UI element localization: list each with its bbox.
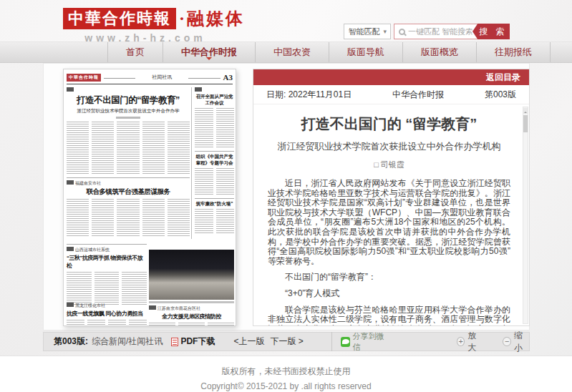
toolbar-left-group: 第003版: 综合新闻/社闻社讯 PDF下载 <上一版 下一版 > bbox=[44, 335, 331, 348]
article-scrollbar[interactable] bbox=[523, 107, 528, 324]
thumb-headline: 组织《中国共产党章程》专题学习会 bbox=[195, 154, 234, 167]
article-paragraph: “3+0”育人模式 bbox=[268, 289, 510, 299]
nav-item-layout-overview[interactable]: 版面概览 bbox=[403, 42, 477, 62]
thumb-body-text bbox=[195, 168, 234, 195]
article-body: 打造不出国门的 “留学教育” 浙江经贸职业技术学院首次获批设立中外合作办学机构 … bbox=[253, 104, 529, 325]
prev-page-button[interactable]: <上一版 bbox=[233, 335, 264, 348]
thumb-headline: 全力支援兄弟区疫情防控 bbox=[149, 313, 234, 320]
search-mode-select[interactable]: 智能匹配 ▾ bbox=[344, 24, 391, 39]
nav-item-layout-nav[interactable]: 版面导航 bbox=[329, 42, 403, 62]
thumb-kicker: 黑龙江绥化市社 bbox=[67, 303, 147, 309]
main-nav: 首页 中华合作时报 中国农资 版面导航 版面概览 往期报纸 bbox=[0, 41, 572, 63]
thumb-edition-label: 社闻社讯 bbox=[101, 74, 223, 81]
search-button[interactable]: 搜 索 bbox=[472, 24, 510, 39]
search-input[interactable] bbox=[408, 25, 472, 38]
thumb-body-text bbox=[67, 320, 147, 326]
divider bbox=[195, 198, 234, 199]
site-header: 中華合作時報 ·融媒体 www.zh-hz.com 智能匹配 ▾ 搜 索 bbox=[0, 0, 572, 41]
thumb-body-text bbox=[195, 108, 234, 148]
bottom-toolbar: 第003版: 综合新闻/社闻社讯 PDF下载 <上一版 下一版 > 分享到微信 … bbox=[43, 332, 530, 351]
divider bbox=[191, 87, 192, 239]
thumb-kicker bbox=[195, 87, 234, 92]
page-number: 第003版 bbox=[485, 89, 516, 101]
zoom-out-button[interactable]: − 缩小 bbox=[503, 330, 529, 354]
share-label: 分享到微信 bbox=[353, 331, 389, 353]
thumb-page-number: A3 bbox=[223, 73, 233, 82]
reader-meta-row: 日期: 2022年11月01日 中华合作时报 第003版 bbox=[253, 85, 529, 104]
active-tab-indicator-icon bbox=[206, 57, 212, 63]
chevron-down-icon: ▾ bbox=[383, 28, 387, 35]
search-icon bbox=[399, 29, 405, 35]
paper-name: 中华合作时报 bbox=[392, 89, 444, 101]
site-logo[interactable]: 中華合作時報 ·融媒体 www.zh-hz.com bbox=[63, 7, 245, 44]
divider bbox=[195, 151, 234, 152]
toolbar-page-label: 第003版: bbox=[54, 335, 88, 348]
thumb-lead-kicker bbox=[67, 87, 190, 92]
zoom-out-label: 缩小 bbox=[514, 330, 529, 354]
copyright-line: Copyright© 2015-2021 by .all rights rese… bbox=[0, 381, 572, 391]
article-title: 打造不出国门的 “留学教育” bbox=[268, 114, 510, 134]
zoom-in-label: 放大 bbox=[467, 330, 483, 354]
article-paragraph: 不出国门的“留学教育”： bbox=[268, 273, 510, 283]
reader-topbar: 返回目录 bbox=[253, 69, 529, 85]
search-area: 智能匹配 ▾ 搜 索 bbox=[344, 24, 510, 39]
thumb-headline: 抗疫一线党旗飘 同心协力勇担当 bbox=[67, 310, 147, 318]
scroll-up-arrow-icon[interactable] bbox=[523, 108, 528, 114]
back-to-toc-button[interactable]: 返回目录 bbox=[486, 72, 520, 84]
search-mode-label: 智能匹配 bbox=[348, 26, 379, 37]
thumb-photo-caption bbox=[149, 301, 234, 303]
logo-mark: 中華合作時報 bbox=[63, 8, 176, 29]
article-paragraph: 联合学院是该校与芬兰哈格哈里亚应用科学大学合作举办的非独立法人实体性二级学院，设… bbox=[268, 305, 510, 325]
article-author: □ 司银霞 bbox=[268, 160, 510, 170]
pdf-download-button[interactable]: PDF下载 bbox=[180, 335, 215, 348]
search-box: 搜 索 bbox=[394, 24, 510, 39]
next-page-button[interactable]: 下一版 > bbox=[270, 335, 303, 348]
content-area: 中華合作時報 社闻社讯 A3 打造不出国门的“留学教育” 浙江经贸职业技术学院首… bbox=[43, 63, 530, 330]
thumb-headline: “三秋”抗疫两手抓 物资保供不放松 bbox=[67, 254, 147, 270]
share-wechat-button[interactable]: 分享到微信 bbox=[341, 331, 389, 353]
wechat-icon bbox=[341, 337, 350, 347]
thumb-lead-subhead: 浙江经贸职业技术学院首次获批设立中外合作办学 bbox=[67, 108, 190, 114]
article-subtitle: 浙江经贸职业技术学院首次获批设立中外合作办学机构 bbox=[268, 140, 510, 153]
page: 中華合作時報 ·融媒体 www.zh-hz.com 智能匹配 ▾ 搜 索 首页 … bbox=[0, 0, 572, 392]
nav-item-home[interactable]: 首页 bbox=[107, 42, 163, 62]
divider bbox=[67, 244, 147, 245]
issue-date: 日期: 2022年11月01日 bbox=[266, 89, 352, 101]
minus-icon: − bbox=[503, 337, 511, 346]
thumb-article-sanqiu: 山西运城市社系统 “三秋”抗疫两手抓 物资保供不放松 bbox=[67, 241, 147, 306]
thumb-article-suihua: 黑龙江绥化市社 抗疫一线党旗飘 同心协力勇担当 bbox=[67, 303, 147, 326]
nav-item-zgnz[interactable]: 中国农资 bbox=[256, 42, 329, 62]
logo-suffix: ·融媒体 bbox=[179, 7, 245, 30]
nav-item-past-issues[interactable]: 往期报纸 bbox=[477, 42, 551, 62]
thumb-masthead: 中華合作時報 社闻社讯 A3 bbox=[67, 72, 233, 82]
zoom-controls: + 放大 − 缩小 bbox=[457, 330, 529, 354]
thumb-lead-byline bbox=[116, 117, 140, 119]
thumb-headline: 筑牢廉政“防火墙” bbox=[195, 201, 234, 207]
thumb-body-text bbox=[67, 199, 190, 236]
nav-item-label: 中华合作时报 bbox=[181, 46, 237, 57]
plus-icon: + bbox=[457, 337, 465, 346]
thumb-article-nanjing: 江苏南京市雨花台区社 全力支援兄弟区疫情防控 bbox=[149, 305, 234, 326]
zoom-in-button[interactable]: + 放大 bbox=[457, 330, 483, 354]
thumb-body-text bbox=[195, 209, 234, 233]
thumb-body-text bbox=[67, 272, 147, 306]
article-reader-panel: 返回目录 日期: 2022年11月01日 中华合作时报 第003版 打造不出国门… bbox=[253, 69, 530, 326]
thumb-kicker: 山西运城市社系统 bbox=[67, 247, 147, 253]
thumb-body-text bbox=[67, 122, 190, 175]
thumb-lead-article: 打造不出国门的“留学教育” 浙江经贸职业技术学院首次获批设立中外合作办学 福建南… bbox=[67, 87, 190, 236]
scrollbar-thumb[interactable] bbox=[523, 115, 528, 132]
thumb-body-text bbox=[149, 323, 234, 326]
thumb-kicker: 江苏南京市雨花台区社 bbox=[149, 305, 234, 312]
copyright-notice: 版权所有，未经书面授权禁止使用 bbox=[0, 366, 572, 378]
divider bbox=[67, 84, 233, 84]
newspaper-page-thumbnail[interactable]: 中華合作時報 社闻社讯 A3 打造不出国门的“留学教育” 浙江经贸职业技术学院首… bbox=[63, 69, 236, 326]
site-footer: 版权所有，未经书面授权禁止使用 Copyright© 2015-2021 by … bbox=[0, 356, 572, 392]
toolbar-section-label: 综合新闻/社闻社讯 bbox=[92, 335, 163, 348]
thumb-right-column: 召开全面从严治党工作会议 组织《中国共产党章程》专题学习会 筑牢廉政“防火墙” bbox=[195, 87, 234, 233]
thumb-kicker: 福建南安市社 bbox=[67, 180, 190, 187]
thumb-logo: 中華合作時報 bbox=[67, 74, 101, 82]
thumb-photo bbox=[149, 250, 234, 300]
thumb-headline: 召开全面从严治党工作会议 bbox=[195, 94, 234, 107]
nav-item-zhhzsb[interactable]: 中华合作时报 bbox=[163, 42, 256, 62]
thumb-headline: 联合多镇筑平台强基层谋服务 bbox=[67, 187, 190, 197]
